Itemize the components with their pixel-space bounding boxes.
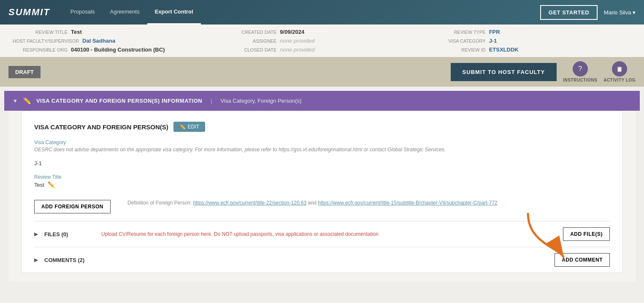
review-title-value: Test xyxy=(71,29,82,35)
assignee-value: none provided xyxy=(280,38,314,44)
edit-pencil-icon: ✏️ xyxy=(179,124,186,130)
responsible-org-value: 040100 - Building Construction (BC) xyxy=(71,46,165,53)
visa-category-row: VISA CATEGORY J-1 xyxy=(431,38,631,44)
review-type-value: FPR xyxy=(489,29,500,35)
nav-proposals[interactable]: Proposals xyxy=(63,0,103,25)
review-info-bar: REVIEW TITLE Test CREATED DATE 9/09/2024… xyxy=(0,25,644,57)
page-wrapper: SUMMIT Proposals Agreements Export Contr… xyxy=(0,0,644,303)
activity-log-label: ACTIVITY LOG xyxy=(603,78,636,82)
nav-right: GET STARTED Mario Silva ▾ xyxy=(540,5,636,20)
activity-log-button[interactable]: 📋 ACTIVITY LOG xyxy=(603,61,636,82)
nav-export-control[interactable]: Export Control xyxy=(147,0,201,25)
review-title-field-value: Test ✏️ xyxy=(34,181,610,188)
comments-label: COMMENTS (2) xyxy=(44,257,95,263)
instructions-button[interactable]: ? INSTRUCTIONS xyxy=(563,61,597,82)
add-files-button[interactable]: ADD FILE(S) xyxy=(563,227,610,241)
user-menu[interactable]: Mario Silva ▾ xyxy=(604,9,636,16)
content-area: VISA CATEGORY AND FOREIGN PERSON(S) ✏️ E… xyxy=(8,111,636,281)
host-faculty-label: HOST FACULTY/SUPERVISOR xyxy=(13,38,79,44)
assignee-row: ASSIGNEE none provided xyxy=(222,38,422,44)
section-header-icon: ✏️ xyxy=(23,97,31,105)
get-started-button[interactable]: GET STARTED xyxy=(540,5,598,20)
review-title-row: REVIEW TITLE Test xyxy=(13,29,213,35)
section-header-separator: | xyxy=(211,98,212,104)
comments-row: ▶ COMMENTS (2) ADD COMMENT xyxy=(34,247,610,273)
comments-expand-icon[interactable]: ▶ xyxy=(34,257,38,263)
add-comment-button[interactable]: ADD COMMENT xyxy=(555,253,610,267)
host-faculty-row: HOST FACULTY/SUPERVISOR Dal Sadhana xyxy=(13,38,213,44)
visa-category-info-text: OESRC does not advise departments on the… xyxy=(34,147,610,153)
review-type-label: REVIEW TYPE xyxy=(431,30,486,35)
review-title-edit-icon[interactable]: ✏️ xyxy=(48,181,55,188)
files-expand-icon[interactable]: ▶ xyxy=(34,231,38,237)
nav-agreements[interactable]: Agreements xyxy=(103,0,147,25)
submit-button[interactable]: SUBMIT TO HOST FACULTY xyxy=(451,63,557,81)
closed-date-row: CLOSED DATE none provided xyxy=(222,46,422,53)
review-type-row: REVIEW TYPE FPR xyxy=(431,29,631,35)
closed-date-value: none provided xyxy=(280,46,314,53)
section-header: ▼ ✏️ VISA CATEGORY AND FOREIGN PERSON(S)… xyxy=(4,91,640,111)
assignee-label: ASSIGNEE xyxy=(222,38,276,44)
created-date-row: CREATED DATE 9/09/2024 xyxy=(222,29,422,35)
foreign-person-row: ADD FOREIGN PERSON Definition of Foreign… xyxy=(34,196,610,221)
app-logo: SUMMIT xyxy=(8,7,50,18)
files-label: FILES (0) xyxy=(44,231,95,237)
created-date-label: CREATED DATE xyxy=(222,30,276,35)
visa-category-value: J-1 xyxy=(489,38,497,44)
responsible-org-row: RESPONSIBLE ORG 040100 - Building Constr… xyxy=(13,46,213,53)
closed-date-label: CLOSED DATE xyxy=(222,47,276,52)
section-wrapper: ▼ ✏️ VISA CATEGORY AND FOREIGN PERSON(S)… xyxy=(0,87,644,281)
visa-category-field-label: Visa Category xyxy=(34,139,610,145)
definition-link1[interactable]: https://www.ecfr.gov/current/title-22/se… xyxy=(193,200,306,206)
action-bar: DRAFT SUBMIT TO HOST FACULTY ? INSTRUCTI… xyxy=(0,57,644,87)
review-id-label: REVIEW ID xyxy=(431,47,486,52)
host-faculty-value: Dal Sadhana xyxy=(82,38,115,44)
review-id-value: ETSXLDDK xyxy=(489,46,519,53)
edit-button[interactable]: ✏️ EDIT xyxy=(173,122,205,132)
card-section-title: VISA CATEGORY AND FOREIGN PERSON(S) ✏️ E… xyxy=(34,122,610,132)
visa-category-label: VISA CATEGORY xyxy=(431,38,486,44)
activity-log-icon: 📋 xyxy=(612,61,627,76)
review-title-label: REVIEW TITLE xyxy=(13,30,68,35)
review-title-field-group: Review Title Test ✏️ xyxy=(34,174,610,188)
add-foreign-person-button[interactable]: ADD FOREIGN PERSON xyxy=(34,200,111,213)
section-header-subtitle: Visa Category, Foreign Person(s) xyxy=(221,98,302,104)
section-toggle[interactable]: ▼ xyxy=(13,98,18,104)
section-header-title: VISA CATEGORY AND FOREIGN PERSON(S) INFO… xyxy=(36,98,202,104)
nav-links: Proposals Agreements Export Control xyxy=(63,0,540,25)
edit-label: EDIT xyxy=(188,124,199,130)
definition-text: Definition of Foreign Person: https://ww… xyxy=(127,200,497,206)
draft-badge: DRAFT xyxy=(8,66,41,78)
top-nav: SUMMIT Proposals Agreements Export Contr… xyxy=(0,0,644,25)
instructions-label: INSTRUCTIONS xyxy=(563,78,597,82)
responsible-org-label: RESPONSIBLE ORG xyxy=(13,47,68,52)
instructions-icon: ? xyxy=(573,61,588,76)
review-title-field-label: Review Title xyxy=(34,174,610,180)
definition-link2[interactable]: https://www.ecfr.gov/current/title-15/su… xyxy=(318,200,498,206)
visa-category-field-value: J-1 xyxy=(34,160,610,167)
review-id-row: REVIEW ID ETSXLDDK xyxy=(431,46,631,53)
upload-note: Upload CV/Resume for each foreign person… xyxy=(101,231,557,237)
content-card: VISA CATEGORY AND FOREIGN PERSON(S) ✏️ E… xyxy=(21,111,623,273)
created-date-value: 9/09/2024 xyxy=(280,29,304,35)
card-title: VISA CATEGORY AND FOREIGN PERSON(S) xyxy=(34,123,168,131)
visa-category-field-group: Visa Category OESRC does not advise depa… xyxy=(34,139,610,167)
files-row: ▶ FILES (0) Upload CV/Resume for each fo… xyxy=(34,221,610,247)
